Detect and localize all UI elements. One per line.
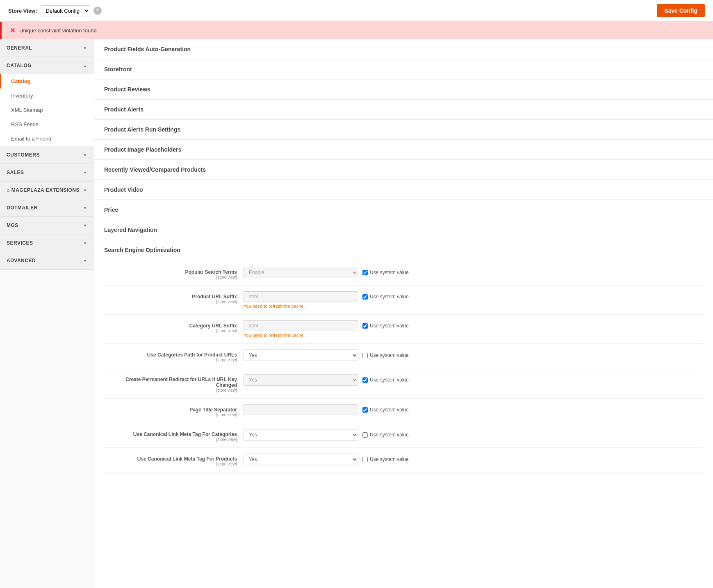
checkbox-system-category-url-suffix[interactable] — [362, 323, 368, 329]
section-product-video[interactable]: Product Video — [94, 180, 713, 200]
sidebar-section-header-general[interactable]: GENERAL ▼ — [0, 39, 94, 57]
checkbox-system-canonical-categories[interactable] — [362, 432, 368, 438]
form-input-row-canonical-products: Yes No Use system value — [244, 454, 703, 465]
checkbox-system-product-url-suffix[interactable] — [362, 294, 368, 300]
form-row-product-url-suffix: Product URL Suffix [store view] Use syst… — [104, 291, 703, 315]
system-value-popular-search[interactable]: Use system value — [362, 270, 409, 275]
form-control-categories-path: Yes No Use system value — [244, 350, 703, 361]
main-layout: GENERAL ▼ CATALOG ▲ Catalog Inventory XM… — [0, 39, 713, 588]
form-control-product-url-suffix: Use system value You need to refresh the… — [244, 291, 703, 309]
input-page-title-separator[interactable] — [244, 404, 358, 415]
section-price[interactable]: Price — [94, 200, 713, 220]
sidebar-item-rss-feeds[interactable]: RSS Feeds — [0, 117, 94, 132]
sidebar-section-header-mgs[interactable]: MGS ▼ — [0, 217, 94, 234]
system-value-canonical-categories[interactable]: Use system value — [362, 432, 409, 438]
system-value-label5: Use system value — [370, 377, 409, 383]
system-value-category-url-suffix[interactable]: Use system value — [362, 323, 409, 329]
sidebar-section-customers: CUSTOMERS ▼ — [0, 146, 94, 164]
sidebar-section-label-catalog: CATALOG — [7, 63, 32, 68]
cache-note-category-url: You need to refresh the cache. — [244, 333, 703, 338]
content-area: Product Fields Auto-Generation Storefron… — [94, 39, 713, 588]
store-label-categories-path: [store view] — [104, 358, 237, 362]
sidebar-section-label-sales: SALES — [7, 170, 24, 175]
system-value-permanent-redirect[interactable]: Use system value — [362, 377, 409, 383]
chevron-down-icon: ▼ — [83, 241, 87, 245]
sidebar-section-mgs: MGS ▼ — [0, 217, 94, 234]
system-value-product-url-suffix[interactable]: Use system value — [362, 294, 409, 300]
sidebar-section-sales: SALES ▼ — [0, 164, 94, 182]
checkbox-system-categories-path[interactable] — [362, 353, 368, 358]
system-value-label4: Use system value — [370, 352, 409, 358]
form-label-col-categories-path: Use Categories Path for Product URLs [st… — [104, 350, 244, 362]
section-product-image[interactable]: Product Image Placeholders — [94, 140, 713, 160]
sidebar-item-xml-sitemap[interactable]: XML Sitemap — [0, 103, 94, 117]
select-categories-path[interactable]: Yes No — [244, 350, 358, 361]
seo-section-title[interactable]: Search Engine Optimization — [104, 240, 703, 260]
input-product-url-suffix[interactable] — [244, 291, 358, 302]
form-row-page-title-separator: Page Title Separator [store view] Use sy… — [104, 404, 703, 423]
select-permanent-redirect[interactable]: Yes No — [244, 374, 358, 386]
sidebar-section-label-services: SERVICES — [7, 240, 33, 246]
store-label-permanent-redirect: [store view] — [104, 388, 237, 393]
system-value-label6: Use system value — [370, 407, 409, 413]
sidebar-section-header-dotmailer[interactable]: DOTMAILER ▼ — [0, 199, 94, 216]
chevron-down-icon: ▼ — [83, 188, 87, 193]
sidebar-section-header-advanced[interactable]: ADVANCED ▼ — [0, 252, 94, 269]
system-value-categories-path[interactable]: Use system value — [362, 352, 409, 358]
checkbox-system-popular-search[interactable] — [362, 270, 368, 275]
form-input-row-product-url-suffix: Use system value — [244, 291, 703, 302]
form-label-col-product-url-suffix: Product URL Suffix [store view] — [104, 291, 244, 304]
label-page-title-separator: Page Title Separator — [104, 407, 237, 413]
select-popular-search[interactable]: Enable Disable — [244, 267, 358, 278]
sidebar-section-header-services[interactable]: SERVICES ▼ — [0, 234, 94, 252]
error-message: Unique constraint violation found — [19, 27, 97, 34]
section-product-fields[interactable]: Product Fields Auto-Generation — [94, 39, 713, 59]
sidebar-item-catalog[interactable]: Catalog — [0, 74, 94, 89]
checkbox-system-canonical-products[interactable] — [362, 457, 368, 462]
select-canonical-categories[interactable]: Yes No — [244, 429, 358, 440]
mageplaza-icon: ⌂ — [7, 187, 10, 193]
help-icon[interactable]: ? — [93, 7, 102, 15]
label-canonical-categories: Use Canonical Link Meta Tag For Categori… — [104, 431, 237, 437]
sidebar-section-label-general: GENERAL — [7, 45, 32, 51]
store-view-select[interactable]: Default Config — [41, 5, 90, 16]
input-category-url-suffix[interactable] — [244, 320, 358, 331]
form-control-canonical-products: Yes No Use system value — [244, 454, 703, 465]
system-value-canonical-products[interactable]: Use system value — [362, 456, 409, 462]
sidebar-section-label-customers: CUSTOMERS — [7, 152, 40, 158]
form-label-col-category-url-suffix: Category URL Suffix [store view] — [104, 320, 244, 333]
sidebar-item-email-to-friend[interactable]: Email to a Friend — [0, 132, 94, 146]
system-value-page-title-separator[interactable]: Use system value — [362, 407, 409, 413]
section-layered-nav[interactable]: Layered Navigation — [94, 220, 713, 240]
select-canonical-products[interactable]: Yes No — [244, 454, 358, 465]
sidebar-section-header-mageplaza[interactable]: ⌂MAGEPLAZA EXTENSIONS ▼ — [0, 182, 94, 199]
form-label-col-permanent-redirect: Create Permanent Redirect for URLs if UR… — [104, 374, 244, 393]
section-recently-viewed[interactable]: Recently Viewed/Compared Products — [94, 160, 713, 180]
section-product-reviews[interactable]: Product Reviews — [94, 79, 713, 100]
section-title-price: Price — [104, 207, 118, 213]
section-product-alerts-run[interactable]: Product Alerts Run Settings — [94, 120, 713, 140]
error-banner: ✕ Unique constraint violation found — [0, 22, 713, 39]
form-control-category-url-suffix: Use system value You need to refresh the… — [244, 320, 703, 338]
sidebar-section-header-customers[interactable]: CUSTOMERS ▼ — [0, 146, 94, 163]
save-config-button[interactable]: Save Config — [657, 4, 705, 17]
form-control-canonical-categories: Yes No Use system value — [244, 429, 703, 440]
chevron-down-icon: ▼ — [83, 153, 87, 157]
sidebar-section-dotmailer: DOTMAILER ▼ — [0, 199, 94, 217]
sidebar-section-services: SERVICES ▼ — [0, 234, 94, 252]
sidebar-item-inventory[interactable]: Inventory — [0, 89, 94, 103]
checkbox-system-permanent-redirect[interactable] — [362, 377, 368, 383]
section-title-product-reviews: Product Reviews — [104, 86, 150, 93]
chevron-down-icon: ▼ — [83, 46, 87, 50]
section-title-product-fields: Product Fields Auto-Generation — [104, 46, 191, 52]
form-label-col-canonical-categories: Use Canonical Link Meta Tag For Categori… — [104, 429, 244, 442]
checkbox-system-page-title-separator[interactable] — [362, 407, 368, 413]
section-storefront[interactable]: Storefront — [94, 59, 713, 79]
sidebar: GENERAL ▼ CATALOG ▲ Catalog Inventory XM… — [0, 39, 94, 588]
sidebar-section-header-sales[interactable]: SALES ▼ — [0, 164, 94, 181]
label-canonical-products: Use Canonical Link Meta Tag For Products — [104, 456, 237, 462]
chevron-down-icon: ▼ — [83, 223, 87, 228]
section-product-alerts[interactable]: Product Alerts — [94, 100, 713, 120]
form-row-permanent-redirect: Create Permanent Redirect for URLs if UR… — [104, 374, 703, 399]
sidebar-section-header-catalog[interactable]: CATALOG ▲ — [0, 57, 94, 74]
